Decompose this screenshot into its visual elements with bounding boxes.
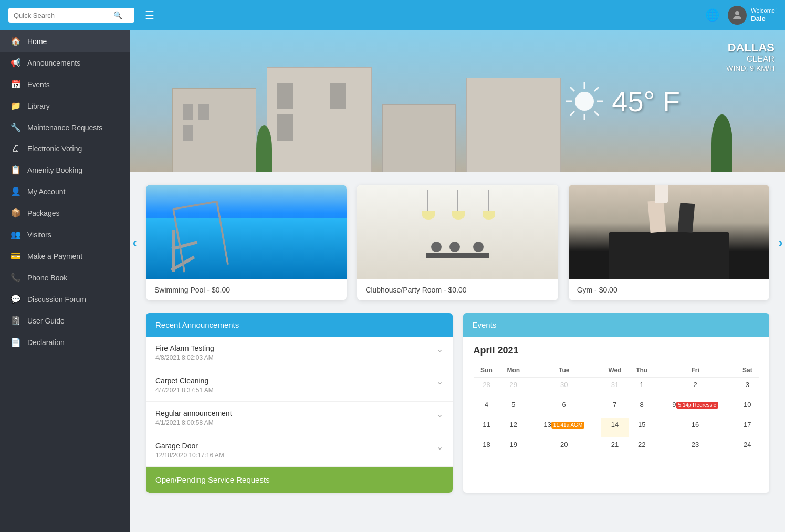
calendar-day-1-5[interactable]: 95:14p Regressic: [655, 398, 736, 418]
calendar-day-0-1[interactable]: 29: [499, 378, 527, 398]
sidebar-item-amenity[interactable]: 📋 Amenity Booking: [0, 159, 130, 181]
calendar-day-3-3[interactable]: 21: [601, 437, 629, 457]
carousel-card-gym[interactable]: Gym - $0.00: [569, 185, 769, 300]
search-input[interactable]: [14, 12, 113, 19]
calendar-body: 282930311234567895:14p Regressic10111213…: [474, 378, 759, 457]
cal-header-tue: Tue: [527, 363, 601, 378]
sidebar-item-library[interactable]: 📁 Library: [0, 95, 130, 117]
announcements-icon: 📢: [11, 58, 21, 68]
calendar-day-0-4[interactable]: 1: [629, 378, 655, 398]
calendar-event-chip[interactable]: 5:14p Regressic: [676, 402, 718, 409]
sidebar-item-payment[interactable]: 💳 Make a Payment: [0, 245, 130, 267]
sidebar-item-voting[interactable]: 🖨 Electronic Voting: [0, 138, 130, 159]
calendar-day-0-0[interactable]: 28: [474, 378, 500, 398]
carousel-card-pool[interactable]: Swimming Pool - $0.00: [146, 185, 347, 300]
calendar-day-2-2[interactable]: 1311:41a AGM: [527, 418, 601, 437]
calendar-event-chip[interactable]: 11:41a AGM: [551, 422, 585, 429]
announcement-title-0: Fire Alarm Testing: [155, 344, 214, 352]
sidebar-item-home[interactable]: 🏠 Home: [0, 30, 130, 52]
calendar-day-3-0[interactable]: 18: [474, 437, 500, 457]
svg-point-0: [735, 11, 739, 15]
cal-header-thu: Thu: [629, 363, 655, 378]
sidebar: 🏠 Home 📢 Announcements 📅 Events 📁 Librar…: [0, 30, 130, 532]
sidebar-item-events[interactable]: 📅 Events: [0, 74, 130, 95]
calendar-day-1-6[interactable]: 10: [736, 398, 759, 418]
sidebar-item-maintenance[interactable]: 🔧 Maintenance Requests: [0, 117, 130, 138]
calendar-day-3-2[interactable]: 20: [527, 437, 601, 457]
bottom-grid: Recent Announcements Fire Alarm Testing …: [130, 313, 785, 505]
user-section[interactable]: Welcome! Dale: [728, 6, 777, 25]
gym-label: Gym - $0.00: [569, 279, 769, 300]
sun-icon: [563, 80, 605, 122]
carousel-next-button[interactable]: ›: [778, 234, 783, 251]
service-requests-button[interactable]: Open/Pending Service Requests: [146, 467, 453, 493]
hero-banner: 45° F DALLAS CLEAR WIND: 9 KM/H: [130, 30, 785, 172]
calendar-day-1-4[interactable]: 8: [629, 398, 655, 418]
calendar-day-3-6[interactable]: 24: [736, 437, 759, 457]
sidebar-label-announcements: Announcements: [27, 59, 80, 67]
svg-line-8: [594, 87, 599, 91]
sidebar-item-announcements[interactable]: 📢 Announcements: [0, 52, 130, 74]
events-icon: 📅: [11, 79, 21, 89]
calendar-day-0-3[interactable]: 31: [601, 378, 629, 398]
announcement-item-3[interactable]: Garage Door 12/18/2020 10:17:16 AM ⌄: [146, 434, 453, 467]
chevron-down-icon-0: ⌄: [436, 344, 443, 354]
announcement-item-2[interactable]: Regular announcement 4/1/2021 8:00:58 AM…: [146, 402, 453, 434]
sidebar-label-events: Events: [27, 80, 50, 89]
sidebar-item-packages[interactable]: 📦 Packages: [0, 202, 130, 224]
calendar-day-1-3[interactable]: 7: [601, 398, 629, 418]
calendar-week-3: 18192021222324: [474, 437, 759, 457]
payment-icon: 💳: [11, 251, 21, 261]
sidebar-item-userguide[interactable]: 📓 User Guide: [0, 310, 130, 331]
sidebar-item-forum[interactable]: 💬 Discussion Forum: [0, 288, 130, 310]
events-panel: Events April 2021 Sun Mon Tue Wed Thu Fr…: [463, 313, 770, 493]
sidebar-item-declaration[interactable]: 📄 Declaration: [0, 331, 130, 353]
calendar-day-2-1[interactable]: 12: [499, 418, 527, 437]
announcement-item-1[interactable]: Carpet Cleaning 4/7/2021 8:37:51 AM ⌄: [146, 369, 453, 402]
calendar-day-2-3[interactable]: 14: [601, 418, 629, 437]
calendar-day-1-1[interactable]: 5: [499, 398, 527, 418]
sidebar-label-home: Home: [27, 37, 47, 46]
cal-header-sun: Sun: [474, 363, 500, 378]
packages-icon: 📦: [11, 208, 21, 218]
calendar-day-0-2[interactable]: 30: [527, 378, 601, 398]
voting-icon: 🖨: [11, 144, 21, 153]
svg-line-6: [570, 87, 574, 91]
user-avatar: [728, 6, 747, 25]
calendar-day-1-0[interactable]: 4: [474, 398, 500, 418]
sidebar-label-packages: Packages: [27, 209, 59, 217]
announcement-date-0: 4/8/2021 8:02:03 AM: [155, 354, 214, 361]
carousel-prev-button[interactable]: ‹: [132, 234, 137, 251]
globe-icon[interactable]: 🌐: [705, 8, 719, 22]
calendar-week-2: 11121311:41a AGM14151617: [474, 418, 759, 437]
carousel-items: Swimming Pool - $0.00: [146, 185, 769, 300]
account-icon: 👤: [11, 186, 21, 196]
calendar-day-2-6[interactable]: 17: [736, 418, 759, 437]
announcement-item-0[interactable]: Fire Alarm Testing 4/8/2021 8:02:03 AM ⌄: [146, 337, 453, 369]
calendar-day-1-2[interactable]: 6: [527, 398, 601, 418]
clubhouse-image: [357, 185, 558, 279]
calendar-day-3-4[interactable]: 22: [629, 437, 655, 457]
calendar-day-2-4[interactable]: 15: [629, 418, 655, 437]
calendar-day-3-5[interactable]: 23: [655, 437, 736, 457]
right-actions: 🌐 Welcome! Dale: [705, 6, 777, 25]
calendar-day-2-5[interactable]: 16: [655, 418, 736, 437]
calendar-day-3-1[interactable]: 19: [499, 437, 527, 457]
sidebar-label-payment: Make a Payment: [27, 252, 82, 260]
carousel-card-clubhouse[interactable]: Clubhouse/Party Room - $0.00: [357, 185, 558, 300]
calendar-section: April 2021 Sun Mon Tue Wed Thu Fri Sat: [463, 337, 770, 466]
carousel-section: ‹ Swimming Pool - $0.00: [130, 172, 785, 313]
gym-image: [569, 185, 769, 279]
sidebar-item-visitors[interactable]: 👥 Visitors: [0, 224, 130, 245]
user-text: Welcome! Dale: [751, 7, 777, 23]
calendar-day-2-0[interactable]: 11: [474, 418, 500, 437]
visitors-icon: 👥: [11, 230, 21, 239]
cal-header-wed: Wed: [601, 363, 629, 378]
hamburger-menu[interactable]: ☰: [145, 9, 154, 22]
username-label: Dale: [751, 15, 777, 24]
calendar-day-0-6[interactable]: 3: [736, 378, 759, 398]
sidebar-item-phonebook[interactable]: 📞 Phone Book: [0, 267, 130, 288]
sidebar-item-account[interactable]: 👤 My Account: [0, 181, 130, 202]
search-icon[interactable]: 🔍: [113, 11, 122, 19]
calendar-day-0-5[interactable]: 2: [655, 378, 736, 398]
